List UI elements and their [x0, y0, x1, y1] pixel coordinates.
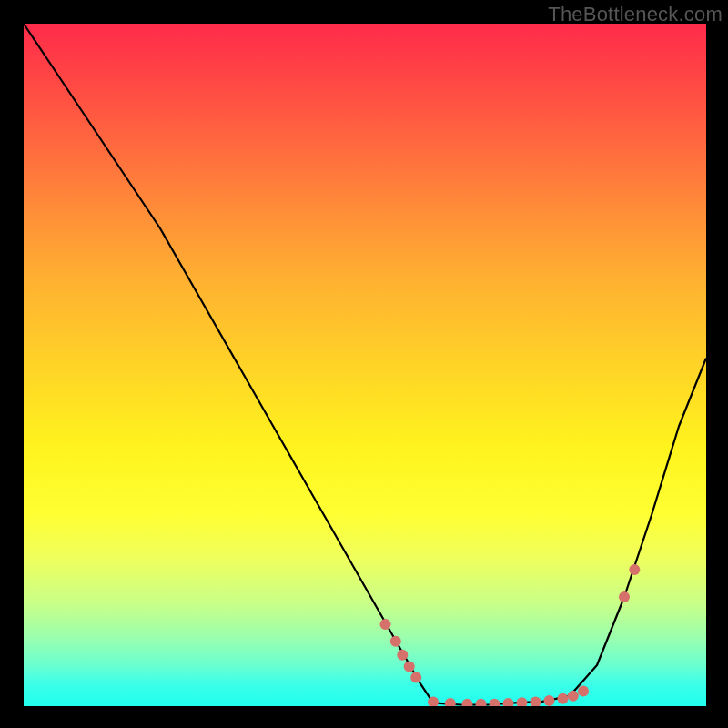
highlight-dot	[531, 697, 541, 707]
highlight-dot	[558, 693, 569, 704]
highlight-dot	[517, 697, 528, 706]
highlight-dot	[404, 662, 415, 672]
highlight-dot	[410, 672, 421, 683]
highlight-dot	[629, 564, 640, 575]
highlight-dot	[390, 636, 401, 647]
highlight-dot	[578, 686, 589, 697]
highlight-dot	[462, 699, 473, 706]
highlight-dot	[619, 592, 630, 602]
highlight-dot	[490, 699, 500, 706]
highlight-dot	[476, 699, 487, 706]
highlight-dot	[544, 695, 555, 706]
highlight-dot	[568, 691, 579, 702]
plot-area	[24, 24, 706, 706]
highlight-dots-group	[380, 564, 641, 706]
highlight-dot	[397, 650, 408, 661]
chart-overlay	[24, 24, 706, 706]
highlight-dot	[445, 698, 456, 706]
watermark-text: TheBottleneck.com	[548, 3, 723, 26]
highlight-dot	[380, 619, 391, 630]
highlight-dot	[503, 698, 514, 706]
chart-frame: TheBottleneck.com	[0, 0, 728, 728]
bottleneck-curve	[24, 24, 706, 705]
